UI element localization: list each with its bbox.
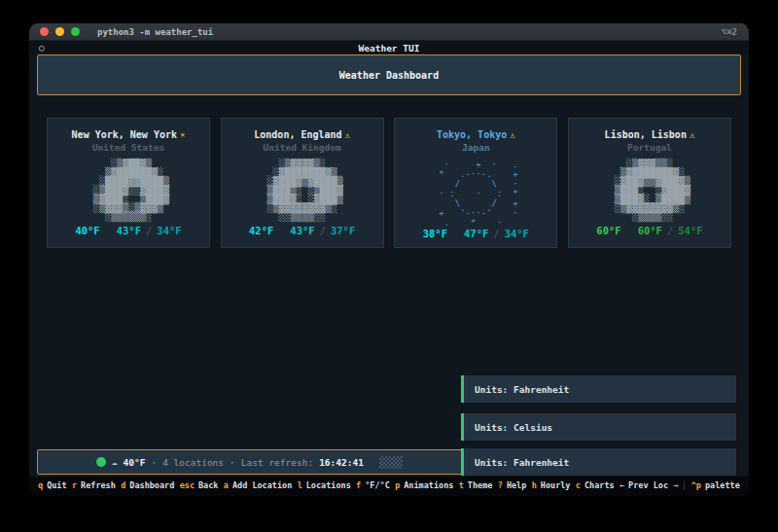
city-name: London, England (254, 129, 341, 140)
temp-separator: / (146, 225, 152, 236)
footer-key: h (532, 480, 537, 490)
city-name: Lisbon, Lisbon (605, 129, 687, 140)
footer-key: → (673, 480, 678, 490)
temp-high: 43°F (117, 225, 141, 236)
bullet-separator: • (230, 457, 235, 468)
app-title: Weather TUI (29, 43, 749, 53)
footer-shortcut-dashboard[interactable]: dDashboard (121, 480, 174, 490)
card-city: London, England⚠ (254, 129, 350, 140)
toast-units-celsius[interactable]: Units: Celsius (461, 413, 736, 441)
card-city: Tokyo, Tokyo⚠ (437, 129, 515, 140)
weather-ascii-art-cloud: ░▒▓▓▓▒▒░ ▒▓███████▓░ ░▓██▓▒▒▓███▓▒ ▒███░… (609, 160, 690, 221)
card-country: Japan (462, 142, 490, 153)
footer-shortcut-help[interactable]: ?Help (498, 480, 527, 490)
footer-key: l (298, 480, 302, 490)
temp-low: 37°F (331, 225, 355, 236)
footer-shortcut-animations[interactable]: pAnimations (395, 480, 453, 490)
terminal-titlebar: python3 -m weather_tui ⌥⌘2 (29, 23, 749, 41)
card-country: United Kingdom (264, 142, 341, 153)
footer-shortcut-locations[interactable]: lLocations (298, 480, 351, 490)
footer-shortcut-palette[interactable]: ^ppalette (684, 480, 740, 490)
card-temps: 60°F 60°F / 54°F (596, 225, 702, 236)
footer-shortcut-charts[interactable]: cCharts (576, 480, 615, 490)
traffic-lights (40, 27, 80, 36)
footer-label: Locations (306, 480, 351, 490)
footer-key: f (356, 480, 361, 490)
footer-shortcut-prev-loc[interactable]: ←Prev Loc (619, 480, 668, 490)
footer-key: r (72, 480, 77, 490)
card-temps: 42°F 43°F / 37°F (249, 225, 355, 236)
temp-current: 42°F (249, 225, 273, 236)
close-button[interactable] (40, 27, 49, 36)
temp-current: 40°F (75, 225, 99, 236)
app-menu-icon[interactable]: ○ (39, 41, 44, 54)
temp-separator: / (493, 228, 499, 239)
status-locations-count: 4 locations (162, 457, 224, 468)
footer-key: c (576, 480, 581, 490)
warning-icon: ⚠ (345, 130, 350, 140)
status-temp: 40°F (124, 457, 146, 468)
sun-icon: ☀ (180, 130, 185, 140)
card-city: Lisbon, Lisbon⚠ (605, 129, 695, 140)
terminal-title: python3 -m weather_tui (97, 27, 213, 37)
weather-card-lisbon[interactable]: Lisbon, Lisbon⚠ Portugal ░▒▓▓▓▒▒░ ▒▓████… (568, 118, 731, 248)
toast-units-fahrenheit-2[interactable]: Units: Fahrenheit (461, 448, 736, 476)
terminal-window: python3 -m weather_tui ⌥⌘2 ○ Weather TUI… (29, 23, 749, 496)
temp-low: 34°F (505, 228, 529, 239)
app-header: ○ Weather TUI (29, 41, 749, 54)
footer-label: °F/°C (365, 480, 390, 490)
warning-icon: ⚠ (510, 130, 514, 140)
footer-label: Back (198, 480, 218, 490)
weather-card-new-york[interactable]: New York, New York☀ United States ░▒▓██▓… (47, 118, 210, 248)
footer-shortcut-theme[interactable]: tTheme (459, 480, 493, 490)
footer-label: Prev Loc (628, 480, 668, 490)
online-status-icon (96, 457, 106, 467)
temp-high: 47°F (464, 228, 488, 239)
footer-label: Hourly (541, 480, 571, 490)
bullet-separator: • (151, 457, 157, 468)
warning-icon: ⚠ (690, 130, 694, 140)
card-country: Portugal (627, 142, 672, 153)
temp-low: 54°F (678, 225, 702, 236)
temp-current: 60°F (596, 225, 620, 236)
temp-separator: / (320, 225, 326, 236)
footer-shortcut-[interactable]: → (673, 480, 678, 490)
footer-key: a (224, 480, 229, 490)
footer-key: esc (180, 480, 194, 490)
footer-label: Animations (404, 480, 453, 490)
footer-label: Theme (468, 480, 493, 490)
footer-shortcut-back[interactable]: escBack (180, 480, 219, 490)
footer-key: q (38, 480, 43, 490)
toast-text: Units: Fahrenheit (475, 457, 569, 468)
temp-separator: / (667, 225, 673, 236)
footer-shortcut-add-location[interactable]: aAdd Location (224, 480, 293, 490)
weather-ascii-art-cloud: ░▒▓▓▓▓▒░ ░▓███████▓▒ ░▓███▓▒▓████▒ ▒███▒… (262, 160, 343, 221)
footer-shortcut-f-c[interactable]: f°F/°C (356, 480, 390, 490)
weather-card-london[interactable]: London, England⚠ United Kingdom ░▒▓▓▓▓▒░… (221, 118, 384, 248)
weather-card-tokyo[interactable]: Tokyo, Tokyo⚠ Japan · + · . * .-··-. + /… (394, 118, 557, 248)
footer-label: Charts (584, 480, 615, 490)
weather-ascii-art-clear-night: · + · . * .-··-. + / \ · · : · : * \ / +… (434, 160, 518, 228)
temp-low: 34°F (157, 225, 181, 236)
footer-key: ← (619, 480, 624, 490)
footer-label: Help (507, 480, 526, 490)
footer-shortcut-refresh[interactable]: rRefresh (72, 480, 116, 490)
card-country: United States (92, 142, 164, 153)
temp-high: 43°F (290, 225, 314, 236)
temp-current: 38°F (423, 228, 447, 239)
dashboard-title: Weather Dashboard (339, 70, 439, 81)
minimize-button[interactable] (55, 27, 64, 36)
status-refresh-label: Last refresh: (241, 457, 313, 468)
status-bar: ☁ 40°F • 4 locations • Last refresh: 16:… (37, 449, 462, 475)
footer-shortcut-hourly[interactable]: hHourly (532, 480, 571, 490)
footer-label: Refresh (81, 480, 116, 490)
footer-label: Quit (47, 480, 66, 490)
footer-label: Dashboard (129, 480, 174, 490)
zoom-button[interactable] (71, 27, 80, 36)
toast-units-fahrenheit[interactable]: Units: Fahrenheit (461, 375, 736, 403)
dashboard-banner: Weather Dashboard (37, 54, 741, 95)
toast-text: Units: Celsius (475, 422, 552, 433)
footer-shortcut-quit[interactable]: qQuit (38, 480, 67, 490)
refresh-activity-indicator (379, 456, 403, 469)
weather-ascii-art-cloud: ░▒▓██▓▒ ▒▓██████▓░ ░████▓▓████▒ ░▒███▓░░… (88, 160, 169, 221)
